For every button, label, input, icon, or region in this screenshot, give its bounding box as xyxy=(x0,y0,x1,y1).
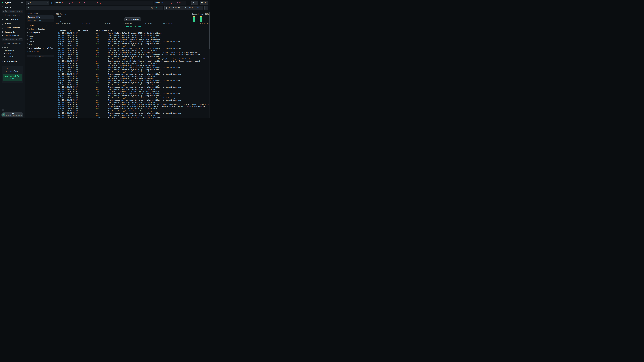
checkbox[interactable] xyxy=(26,28,28,30)
row-expand-chevron-icon[interactable]: > xyxy=(56,41,58,42)
log-row[interactable]: > May 16 11:38:40.683 AM info Those mess… xyxy=(56,112,209,114)
row-expand-chevron-icon[interactable]: > xyxy=(56,73,58,75)
log-row[interactable]: > May 16 11:38:40.683 AM info Those mess… xyxy=(56,79,209,82)
row-expand-chevron-icon[interactable]: > xyxy=(56,58,58,60)
sidebar-item-client-sessions[interactable]: Client Sessions xyxy=(0,26,25,30)
lang-toggle-lucene[interactable]: Lucene xyxy=(156,7,162,9)
log-row[interactable]: > May 16 11:38:40.683 AM warn May 16 00:… xyxy=(56,56,209,58)
saved-dashboards-field[interactable] xyxy=(5,38,18,40)
row-expand-chevron-icon[interactable]: > xyxy=(56,54,58,55)
save-button[interactable]: Save xyxy=(191,1,198,5)
log-row[interactable]: > May 16 11:38:40.683 AM trace ASL Modul… xyxy=(56,116,209,118)
log-row[interactable]: > May 16 11:38:40.683 AM warn May 16 00:… xyxy=(56,101,209,103)
checkbox[interactable] xyxy=(27,35,28,37)
row-expand-chevron-icon[interactable]: > xyxy=(56,52,58,53)
log-row[interactable]: > May 16 11:38:40.683 AM info ASL Module… xyxy=(56,51,209,53)
log-row[interactable]: > May 16 11:38:40.683 AM info ASL Module… xyxy=(56,38,209,40)
log-row[interactable]: > May 16 11:38:40.683 AM info ASL Module… xyxy=(56,103,209,105)
analysis-mode-item[interactable]: Event Patterns xyxy=(26,19,54,22)
row-expand-chevron-icon[interactable]: > xyxy=(56,71,58,73)
help-button[interactable]: ? xyxy=(2,109,4,111)
row-expand-chevron-icon[interactable]: > xyxy=(56,95,58,96)
table-menu-icon[interactable]: ⋮ xyxy=(206,29,209,31)
create-dashboard-button[interactable]: + Create Dashboard xyxy=(0,34,25,37)
log-row[interactable]: > May 16 11:38:40.683 AM info ASL Module… xyxy=(56,110,209,112)
source-select[interactable]: Logs xyxy=(26,1,49,5)
log-row[interactable]: > May 16 11:38:40.683 AM warn May 16 00:… xyxy=(56,88,209,90)
row-expand-chevron-icon[interactable]: > xyxy=(56,102,58,103)
view-events-button[interactable]: View Events xyxy=(124,17,141,21)
chart-bar[interactable] xyxy=(200,16,202,22)
log-row[interactable]: > May 16 11:38:40.683 AM info Those mess… xyxy=(56,86,209,88)
row-expand-chevron-icon[interactable]: > xyxy=(56,86,58,88)
row-expand-chevron-icon[interactable]: > xyxy=(56,91,58,92)
facet-option[interactable]: info xyxy=(26,37,54,40)
row-expand-chevron-icon[interactable]: > xyxy=(56,37,58,38)
log-row[interactable]: > May 16 11:38:40.683 AM error Output pa… xyxy=(56,53,209,56)
row-expand-chevron-icon[interactable]: > xyxy=(56,69,58,70)
preset-item[interactable]: Kubernetes xyxy=(0,55,25,58)
log-row[interactable]: > May 16 11:38:40.683 AM info Those mess… xyxy=(56,92,209,95)
row-expand-chevron-icon[interactable]: > xyxy=(56,80,58,81)
row-expand-chevron-icon[interactable]: > xyxy=(56,56,58,57)
lang-toggle-sql[interactable]: SQL xyxy=(151,7,154,9)
log-row[interactable]: > May 16 11:38:40.683 AM info ASL Module… xyxy=(56,77,209,79)
chevron-up-icon[interactable] xyxy=(22,31,23,33)
preset-item[interactable]: Clickhouse xyxy=(0,49,25,52)
row-expand-chevron-icon[interactable]: > xyxy=(56,93,58,94)
saved-searches-field[interactable] xyxy=(5,10,18,12)
checkbox[interactable] xyxy=(27,43,28,45)
log-row[interactable]: > May 16 11:38:40.683 AM info ASL Module… xyxy=(56,90,209,92)
clear-all-button[interactable]: Clear all xyxy=(46,25,54,27)
log-row[interactable]: > May 16 11:38:40.683 AM warn May 16 00:… xyxy=(56,82,209,84)
log-row[interactable]: > May 16 11:38:40.683 AM info ASL Module… xyxy=(56,84,209,86)
log-row[interactable]: > May 16 11:38:40.683 AM warn May 16 00:… xyxy=(56,75,209,77)
checkbox[interactable] xyxy=(27,50,28,52)
log-row[interactable]: > May 16 11:38:40.683 AM info ASL Module… xyxy=(56,71,209,73)
query-search-box[interactable]: SQL | Lucene xyxy=(26,6,163,10)
resume-live-tail-button[interactable]: Resume Live Tail xyxy=(122,25,143,28)
log-row[interactable]: > May 16 11:38:40.683 AM warn May 16 00:… xyxy=(56,43,209,45)
row-expand-chevron-icon[interactable]: > xyxy=(56,39,58,40)
chevron-up-icon[interactable] xyxy=(22,6,23,8)
row-expand-chevron-icon[interactable]: > xyxy=(56,99,58,101)
log-row[interactable]: > May 16 11:38:40.683 AM warn May 16 00:… xyxy=(56,108,209,110)
less-filters-button[interactable]: Less filters xyxy=(26,55,54,57)
analysis-mode-item[interactable]: Results Table xyxy=(26,15,54,19)
column-grip[interactable]: ⋮ xyxy=(94,29,95,31)
row-expand-chevron-icon[interactable]: > xyxy=(56,112,58,114)
log-row[interactable]: > May 16 11:38:40.683 AM info ASL Module… xyxy=(56,64,209,66)
log-row[interactable]: > May 16 11:38:40.683 AM warn May 16 00:… xyxy=(56,62,209,64)
log-row[interactable]: > May 16 11:38:40.683 AM warn May 16 00:… xyxy=(56,49,209,51)
sql-select-editor[interactable]: SELECT Timestamp, ServiceName, SeverityT… xyxy=(54,1,153,5)
row-expand-chevron-icon[interactable]: > xyxy=(56,108,58,109)
row-expand-chevron-icon[interactable]: > xyxy=(56,97,58,98)
log-row[interactable]: > May 16 11:38:40.683 AM warn May 16 00:… xyxy=(56,69,209,71)
presets-toggle[interactable]: PRESETS xyxy=(0,46,25,49)
log-row[interactable]: > May 16 11:38:40.683 AM info May 16 00:… xyxy=(56,34,209,36)
chart-bar[interactable] xyxy=(193,16,195,22)
row-expand-chevron-icon[interactable]: > xyxy=(56,47,58,49)
column-grip[interactable]: ⋮ xyxy=(76,29,77,31)
source-settings-gear-icon[interactable]: ⚙ xyxy=(50,2,53,4)
facet-clear-button[interactable]: Clear xyxy=(49,47,54,49)
facet-option[interactable]: warn xyxy=(26,43,54,45)
row-expand-chevron-icon[interactable]: > xyxy=(56,34,58,36)
get-started-button[interactable]: Get Started for Free xyxy=(3,74,22,81)
row-expand-chevron-icon[interactable]: > xyxy=(56,76,58,77)
sidebar-item-alerts[interactable]: Alerts xyxy=(0,21,25,26)
facet-option[interactable]: error xyxy=(26,35,54,37)
row-expand-chevron-icon[interactable]: > xyxy=(56,60,58,62)
date-range-picker[interactable]: May 16 08:41:51 - May 16 11:41:51 xyxy=(164,6,203,10)
log-row[interactable]: > May 16 11:38:40.683 AM warn May 16 00:… xyxy=(56,36,209,38)
denoise-toggle[interactable]: ◐ Denoise Results xyxy=(26,28,54,30)
sidebar-item-dashboards[interactable]: Dashboards xyxy=(0,30,25,34)
row-expand-chevron-icon[interactable]: > xyxy=(56,43,58,44)
row-expand-chevron-icon[interactable]: > xyxy=(56,106,58,107)
checkbox[interactable] xyxy=(27,41,28,42)
row-expand-chevron-icon[interactable]: > xyxy=(56,117,58,118)
row-expand-chevron-icon[interactable]: > xyxy=(56,82,58,83)
row-expand-chevron-icon[interactable]: > xyxy=(56,65,58,66)
log-row[interactable]: > May 16 11:38:40.683 AM info ASL Module… xyxy=(56,45,209,47)
saved-dashboards-input[interactable]: ⌘ K xyxy=(2,38,23,41)
